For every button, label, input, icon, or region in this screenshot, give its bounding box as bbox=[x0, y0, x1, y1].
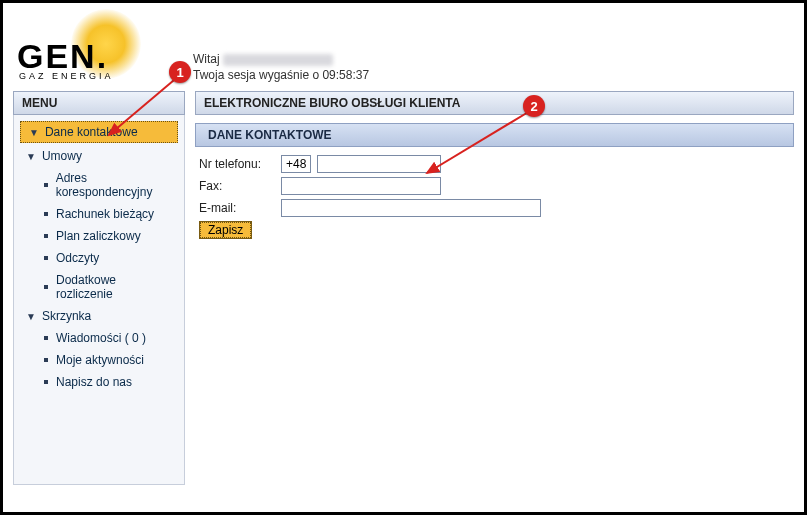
sidebar-item-label: Rachunek bieżący bbox=[56, 207, 154, 221]
fax-label: Fax: bbox=[199, 179, 275, 193]
chevron-down-icon: ▼ bbox=[26, 151, 36, 162]
sidebar-item-dane-kontaktowe[interactable]: ▼ Dane kontaktowe bbox=[20, 121, 178, 143]
main-panel: ELEKTRONICZNE BIURO OBSŁUGI KLIENTA DANE… bbox=[195, 91, 794, 485]
form-area: Nr telefonu: Fax: E-mail: Zapisz bbox=[195, 147, 794, 247]
email-input[interactable] bbox=[281, 199, 541, 217]
greeting-prefix: Witaj bbox=[193, 52, 220, 66]
sidebar-item-umowy[interactable]: ▼ Umowy bbox=[14, 145, 184, 167]
fax-input[interactable] bbox=[281, 177, 441, 195]
app-window: GEN. GAZ ENERGIA Witaj Twoja sesja wygaś… bbox=[0, 0, 807, 515]
phone-input[interactable] bbox=[317, 155, 441, 173]
callout-2: 2 bbox=[523, 95, 545, 117]
sidebar-item-aktywnosci[interactable]: Moje aktywności bbox=[14, 349, 184, 371]
email-label: E-mail: bbox=[199, 201, 275, 215]
bullet-icon bbox=[44, 256, 48, 260]
sidebar-body: ▼ Dane kontaktowe ▼ Umowy Adres korespon… bbox=[13, 115, 185, 485]
sidebar-item-label: Wiadomości ( 0 ) bbox=[56, 331, 146, 345]
content-layout: MENU ▼ Dane kontaktowe ▼ Umowy Adres kor… bbox=[3, 91, 804, 495]
welcome-block: Witaj Twoja sesja wygaśnie o 09:58:37 bbox=[193, 51, 369, 85]
sidebar-item-label: Dodatkowe rozliczenie bbox=[56, 273, 176, 301]
row-phone: Nr telefonu: bbox=[199, 155, 790, 173]
header: GEN. GAZ ENERGIA Witaj Twoja sesja wygaś… bbox=[3, 3, 804, 91]
chevron-down-icon: ▼ bbox=[29, 127, 39, 138]
save-button[interactable]: Zapisz bbox=[199, 221, 252, 239]
sidebar-title: MENU bbox=[13, 91, 185, 115]
sidebar-item-plan[interactable]: Plan zaliczkowy bbox=[14, 225, 184, 247]
sidebar-item-label: Plan zaliczkowy bbox=[56, 229, 141, 243]
row-fax: Fax: bbox=[199, 177, 790, 195]
phone-label: Nr telefonu: bbox=[199, 157, 275, 171]
bullet-icon bbox=[44, 380, 48, 384]
bullet-icon bbox=[44, 285, 48, 289]
sidebar-item-skrzynka[interactable]: ▼ Skrzynka bbox=[14, 305, 184, 327]
page-title: ELEKTRONICZNE BIURO OBSŁUGI KLIENTA bbox=[195, 91, 794, 115]
sidebar-item-dodatkowe[interactable]: Dodatkowe rozliczenie bbox=[14, 269, 184, 305]
sidebar-item-odczyty[interactable]: Odczyty bbox=[14, 247, 184, 269]
logo: GEN. GAZ ENERGIA bbox=[13, 11, 153, 85]
section-dane-kontaktowe: DANE KONTAKTOWE Nr telefonu: Fax: E-mail… bbox=[195, 123, 794, 247]
sidebar-item-label: Dane kontaktowe bbox=[45, 125, 138, 139]
sidebar-item-label: Napisz do nas bbox=[56, 375, 132, 389]
sidebar-item-label: Umowy bbox=[42, 149, 82, 163]
sidebar-item-label: Adres korespondencyjny bbox=[56, 171, 176, 199]
session-expiry: Twoja sesja wygaśnie o 09:58:37 bbox=[193, 67, 369, 83]
sidebar-item-napisz[interactable]: Napisz do nas bbox=[14, 371, 184, 393]
bullet-icon bbox=[44, 212, 48, 216]
sidebar-item-adres[interactable]: Adres korespondencyjny bbox=[14, 167, 184, 203]
username-redacted bbox=[223, 54, 333, 66]
chevron-down-icon: ▼ bbox=[26, 311, 36, 322]
row-email: E-mail: bbox=[199, 199, 790, 217]
bullet-icon bbox=[44, 183, 48, 187]
sidebar-item-label: Skrzynka bbox=[42, 309, 91, 323]
sidebar-item-rachunek[interactable]: Rachunek bieżący bbox=[14, 203, 184, 225]
bullet-icon bbox=[44, 234, 48, 238]
bullet-icon bbox=[44, 336, 48, 340]
phone-prefix-input[interactable] bbox=[281, 155, 311, 173]
logo-subtitle: GAZ ENERGIA bbox=[19, 71, 114, 81]
sidebar: MENU ▼ Dane kontaktowe ▼ Umowy Adres kor… bbox=[13, 91, 185, 485]
bullet-icon bbox=[44, 358, 48, 362]
sidebar-item-label: Odczyty bbox=[56, 251, 99, 265]
section-title: DANE KONTAKTOWE bbox=[195, 123, 794, 147]
sidebar-item-label: Moje aktywności bbox=[56, 353, 144, 367]
sidebar-item-wiadomosci[interactable]: Wiadomości ( 0 ) bbox=[14, 327, 184, 349]
callout-1: 1 bbox=[169, 61, 191, 83]
